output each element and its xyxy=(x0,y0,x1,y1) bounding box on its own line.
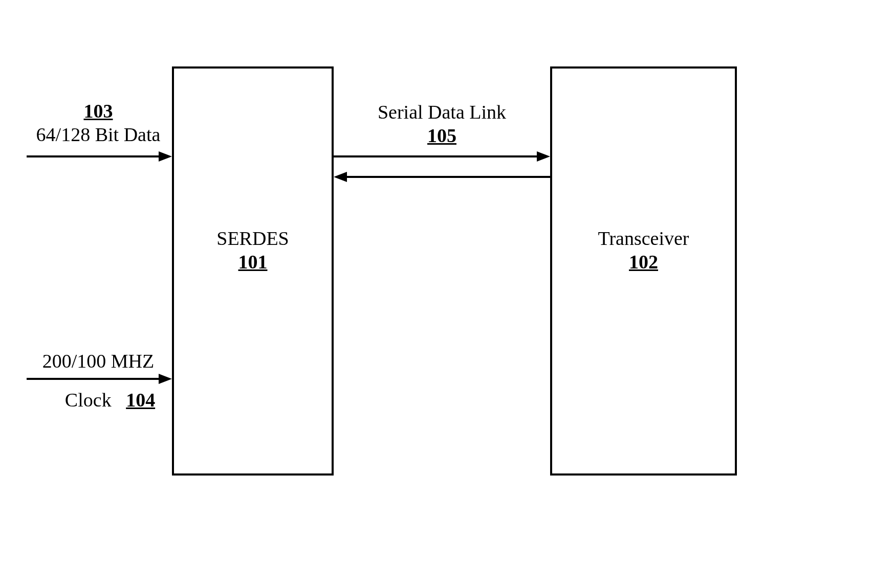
serdes-ref: 101 xyxy=(174,251,332,274)
transceiver-name: Transceiver xyxy=(552,227,735,251)
data-input-label: 103 64/128 Bit Data xyxy=(25,100,172,146)
serial-link-label: Serial Data Link 105 xyxy=(334,101,550,147)
clock-rate: 200/100 MHZ xyxy=(42,350,155,372)
clock-text: Clock xyxy=(65,389,112,411)
svg-marker-1 xyxy=(159,151,172,162)
svg-marker-3 xyxy=(159,374,172,384)
transceiver-ref: 102 xyxy=(552,251,735,274)
data-input-arrow xyxy=(27,151,172,162)
svg-marker-5 xyxy=(537,151,550,162)
serial-link-ref: 105 xyxy=(334,124,550,148)
transceiver-block: Transceiver 102 xyxy=(550,66,737,476)
serial-link-arrow-right xyxy=(334,151,550,162)
data-input-ref: 103 xyxy=(25,100,172,123)
serdes-name: SERDES xyxy=(174,227,332,251)
data-input-desc: 64/128 Bit Data xyxy=(25,123,172,147)
serial-link-arrow-left xyxy=(334,172,550,182)
clock-label: Clock 104 xyxy=(46,389,174,412)
clock-ref: 104 xyxy=(126,389,155,411)
serial-link-text: Serial Data Link xyxy=(334,101,550,124)
svg-marker-7 xyxy=(334,172,347,182)
clock-rate-label: 200/100 MHZ xyxy=(27,350,170,373)
clock-input-arrow xyxy=(27,374,172,384)
serdes-block: SERDES 101 xyxy=(172,66,334,476)
